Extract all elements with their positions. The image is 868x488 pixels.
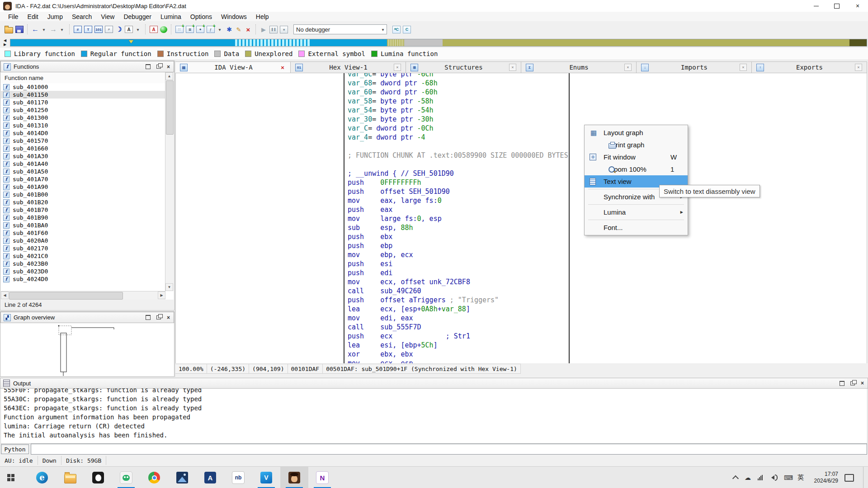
menu-item[interactable]: Debugger <box>119 12 156 21</box>
function-list-item[interactable]: f sub_401150 <box>1 91 165 99</box>
night-mode-icon[interactable]: ☽ <box>115 25 123 33</box>
view-tab[interactable]: ▤ IDA View-A × <box>175 61 291 73</box>
asm-line[interactable]: push ecx ; Str1 <box>348 332 569 341</box>
taskbar-app-button[interactable] <box>112 467 140 488</box>
asm-line[interactable]: lea ecx, [esp+0A8h+var_88] <box>348 305 569 314</box>
functions-vertical-scrollbar[interactable]: ▲ ▼ <box>165 72 174 291</box>
function-list-item[interactable]: f sub_4014D0 <box>1 129 165 137</box>
panel-close-icon[interactable]: × <box>167 315 170 320</box>
taskbar-app-button[interactable] <box>196 467 224 488</box>
menu-item[interactable]: Windows <box>217 12 251 21</box>
jump-address-icon[interactable]: # <box>74 26 82 33</box>
network-icon[interactable] <box>758 475 763 480</box>
panel-float-icon[interactable] <box>156 65 161 69</box>
asm-line[interactable]: mov edi, eax <box>348 314 569 323</box>
function-list-item[interactable]: f sub_401A90 <box>1 183 165 191</box>
make-struct-icon[interactable]: ✦ <box>196 26 204 33</box>
asm-line[interactable]: lea esi, [ebp+5Ch] <box>348 341 569 350</box>
function-list-item[interactable]: f sub_401A30 <box>1 152 165 160</box>
tray-expand-icon[interactable] <box>732 475 739 482</box>
menu-item[interactable]: Help <box>251 12 274 21</box>
undefine-icon[interactable]: × <box>245 25 252 33</box>
keyboard-icon[interactable]: ⌨ <box>784 474 791 481</box>
function-name-column-header[interactable]: Function name <box>1 72 165 84</box>
asm-line[interactable]: push eax <box>348 205 569 214</box>
taskbar-app-button[interactable] <box>280 467 308 488</box>
scroll-up-icon[interactable]: ▲ <box>165 72 173 80</box>
edit-icon[interactable]: ✎ <box>235 25 242 33</box>
python-selector-button[interactable]: Python <box>1 444 29 454</box>
asm-line[interactable]: var_54= byte ptr -54h <box>348 106 569 115</box>
function-list-item[interactable]: f sub_401B00 <box>1 191 165 198</box>
asm-line[interactable]: var_60= dword ptr -60h <box>348 88 569 97</box>
scrollbar-thumb[interactable] <box>9 292 123 300</box>
function-list-item[interactable]: f sub_401250 <box>1 106 165 114</box>
scrollbar-thumb[interactable] <box>166 80 174 135</box>
menu-item[interactable]: Lumina <box>156 12 186 21</box>
asm-line[interactable]: push ebx <box>348 232 569 241</box>
debugger-options-icon[interactable]: ᵜC <box>392 26 401 33</box>
asm-line[interactable] <box>348 142 569 151</box>
taskbar-app-button[interactable] <box>308 467 336 488</box>
function-list-item[interactable]: f sub_401570 <box>1 137 165 145</box>
panel-restore-icon[interactable] <box>146 315 151 320</box>
scroll-right-icon[interactable]: ▶ <box>158 291 165 299</box>
debugger-selector[interactable]: No debugger ▾ <box>293 24 387 34</box>
function-list-item[interactable]: f sub_401A50 <box>1 168 165 175</box>
taskbar-app-button[interactable] <box>224 467 252 488</box>
taskbar-app-button[interactable] <box>168 467 196 488</box>
function-list-item[interactable]: f sub_4023D0 <box>1 267 165 275</box>
asm-line[interactable] <box>348 160 569 169</box>
menu-item[interactable]: File <box>4 12 23 21</box>
asm-line[interactable]: var_30= byte ptr -30h <box>348 115 569 124</box>
problem-list-icon[interactable]: A <box>150 26 158 33</box>
patch-icon[interactable]: ✱ <box>226 25 233 33</box>
debug-run-icon[interactable]: ▶ <box>260 25 267 33</box>
function-list-item[interactable]: f sub_401BA0 <box>1 221 165 229</box>
debug-pause-icon[interactable]: ❚❚ <box>269 26 278 33</box>
asm-line[interactable]: push offset aTriggers ; "Triggers" <box>348 296 569 305</box>
asm-line[interactable]: mov eax, large fs:0 <box>348 196 569 205</box>
strings-dropdown-icon[interactable]: ▾ <box>134 25 142 33</box>
asm-line[interactable]: push 0FFFFFFFFh <box>348 178 569 187</box>
panel-restore-icon[interactable] <box>146 64 151 69</box>
navigate-forward-icon[interactable]: → <box>50 25 57 33</box>
add-function-icon[interactable]: ƒ <box>207 26 215 33</box>
panel-float-icon[interactable] <box>850 381 855 385</box>
function-list-item[interactable]: f sub_401B20 <box>1 198 165 206</box>
taskbar-app-button[interactable] <box>252 467 280 488</box>
debugger-setup-icon[interactable]: C <box>403 26 411 33</box>
function-list-item[interactable]: f sub_401660 <box>1 145 165 152</box>
function-list-item[interactable]: f sub_401310 <box>1 122 165 129</box>
jump-binary-icon[interactable]: 101 <box>94 26 103 33</box>
navband-bar[interactable] <box>10 39 867 47</box>
panel-float-icon[interactable] <box>156 315 161 319</box>
search-icon[interactable]: ⌕ <box>105 26 113 33</box>
asm-line[interactable]: xor ebx, ebx <box>348 350 569 359</box>
navigate-back-icon[interactable]: ← <box>32 25 39 33</box>
asm-line[interactable]: var_C= dword ptr -0Ch <box>348 124 569 133</box>
make-data-icon[interactable]: ≣ <box>186 26 194 33</box>
jump-name-icon[interactable]: T <box>84 26 92 33</box>
asm-line[interactable]: var_6C= byte ptr -6Ch <box>348 73 569 79</box>
asm-line[interactable]: var_68= dword ptr -68h <box>348 79 569 88</box>
asm-line[interactable]: call sub_555F7D <box>348 323 569 332</box>
context-menu-item[interactable]: Print graph <box>585 139 688 151</box>
asm-line[interactable]: sub esp, 88h <box>348 223 569 232</box>
function-list-item[interactable]: f sub_4024D0 <box>1 275 165 283</box>
show-desktop-strip[interactable] <box>863 467 865 488</box>
menu-item[interactable]: Search <box>67 12 96 21</box>
function-list-item[interactable]: f sub_401F60 <box>1 229 165 237</box>
menu-item[interactable]: Options <box>186 12 217 21</box>
asm-line[interactable]: mov ecx, offset unk_72CBF8 <box>348 277 569 286</box>
context-menu-item[interactable]: Lumina <box>585 206 688 218</box>
navband-scroll-arrows[interactable]: ◀▶ <box>2 38 8 47</box>
function-list-item[interactable]: f sub_4020A0 <box>1 237 165 244</box>
volume-icon[interactable] <box>769 474 778 481</box>
view-tab[interactable]: ↑ Exports × <box>752 61 867 73</box>
asm-line[interactable]: push esi <box>348 259 569 268</box>
scroll-left-icon[interactable]: ◀ <box>1 291 9 299</box>
menu-item[interactable]: Jump <box>43 12 67 21</box>
asm-line[interactable]: push ebp <box>348 241 569 250</box>
asm-line[interactable]: mov large fs:0, esp <box>348 214 569 223</box>
